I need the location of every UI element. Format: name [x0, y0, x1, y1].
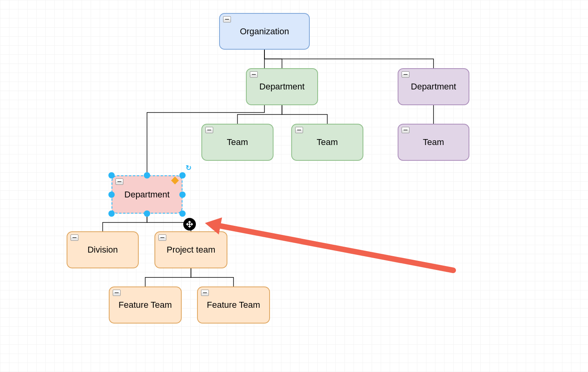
collapse-icon[interactable] [201, 290, 209, 296]
svg-line-0 [220, 226, 453, 270]
node-label: Team [423, 137, 444, 147]
node-label: Project team [167, 245, 216, 255]
collapse-icon[interactable] [205, 127, 213, 133]
node-team-green-1[interactable]: Team [201, 124, 274, 161]
node-label: Department [125, 190, 170, 200]
selection-handle[interactable] [179, 172, 186, 179]
node-label: Team [227, 137, 248, 147]
node-label: Feature Team [207, 300, 260, 310]
collapse-icon[interactable] [402, 71, 409, 78]
node-label: Department [259, 82, 305, 92]
collapse-icon[interactable] [250, 71, 258, 78]
selection-handle[interactable] [108, 172, 115, 179]
diagram-canvas[interactable]: Organization Department Department Team … [0, 0, 588, 372]
selection-handle[interactable] [179, 210, 186, 217]
node-label: Department [411, 82, 456, 92]
collapse-icon[interactable] [71, 234, 78, 241]
node-label: Team [317, 137, 338, 147]
move-handle-icon[interactable] [183, 218, 196, 231]
node-label: Organization [240, 26, 289, 37]
node-project-team[interactable]: Project team [154, 231, 227, 268]
collapse-icon[interactable] [158, 234, 166, 241]
node-organization[interactable]: Organization [219, 13, 310, 50]
collapse-icon[interactable] [295, 127, 303, 133]
connector-layer [0, 0, 588, 372]
collapse-icon[interactable] [113, 290, 121, 296]
selection-handle[interactable] [108, 192, 115, 198]
selection-handle[interactable] [144, 210, 150, 217]
annotation-arrow [0, 0, 588, 372]
node-label: Division [87, 245, 118, 255]
node-label: Feature Team [119, 300, 172, 310]
node-team-purple[interactable]: Team [398, 124, 469, 161]
rotate-handle-icon[interactable]: ↻ [185, 164, 192, 171]
collapse-icon[interactable] [115, 179, 123, 185]
node-department-purple[interactable]: Department [398, 68, 469, 105]
node-team-green-2[interactable]: Team [291, 124, 363, 161]
node-department-green[interactable]: Department [246, 68, 318, 105]
node-feature-team-2[interactable]: Feature Team [197, 286, 270, 324]
node-division[interactable]: Division [67, 231, 139, 268]
node-feature-team-1[interactable]: Feature Team [109, 286, 182, 324]
selection-handle[interactable] [179, 192, 186, 198]
collapse-icon[interactable] [223, 16, 231, 22]
collapse-icon[interactable] [402, 127, 409, 133]
selection-handle[interactable] [144, 172, 150, 179]
selection-handle[interactable] [108, 210, 115, 217]
